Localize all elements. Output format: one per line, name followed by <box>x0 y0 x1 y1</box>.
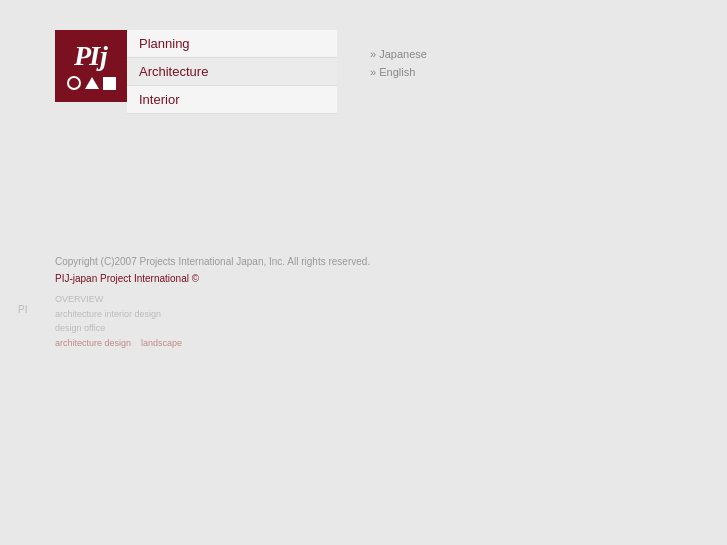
pi-side-label: PI <box>18 304 27 315</box>
logo-square-icon <box>103 77 116 90</box>
logo-top: PI j <box>59 42 123 70</box>
small-text-link-landscape[interactable]: landscape <box>141 338 182 348</box>
logo-shapes <box>67 76 116 90</box>
logo-circle-icon <box>67 76 81 90</box>
nav-item-architecture[interactable]: Architecture <box>127 58 337 86</box>
small-text-line3: design office <box>55 321 182 335</box>
logo-triangle-icon <box>85 77 99 89</box>
english-link[interactable]: English <box>370 66 427 78</box>
small-text-line2: architecture interior design <box>55 307 182 321</box>
footer-link[interactable]: PIJ-japan Project International © <box>55 273 199 284</box>
logo: PI j <box>55 30 127 102</box>
small-text-line4: architecture design landscape <box>55 336 182 350</box>
logo-j-text: j <box>100 42 108 70</box>
language-links: Japanese English <box>370 48 427 78</box>
small-text-overview: OVERVIEW <box>55 292 182 306</box>
nav-item-interior[interactable]: Interior <box>127 86 337 114</box>
japanese-link[interactable]: Japanese <box>370 48 427 60</box>
main-nav: Planning Architecture Interior <box>127 30 337 114</box>
small-text-block: OVERVIEW architecture interior design de… <box>55 292 182 350</box>
small-text-link-arch[interactable]: architecture design <box>55 338 131 348</box>
page-wrapper: PI j Planning Architecture Interior Japa… <box>0 0 727 545</box>
nav-item-planning[interactable]: Planning <box>127 30 337 58</box>
footer: Copyright (C)2007 Projects International… <box>55 256 370 285</box>
logo-pi-text: PI <box>74 42 98 70</box>
header: PI j Planning Architecture Interior <box>55 30 337 114</box>
copyright-text: Copyright (C)2007 Projects International… <box>55 256 370 267</box>
